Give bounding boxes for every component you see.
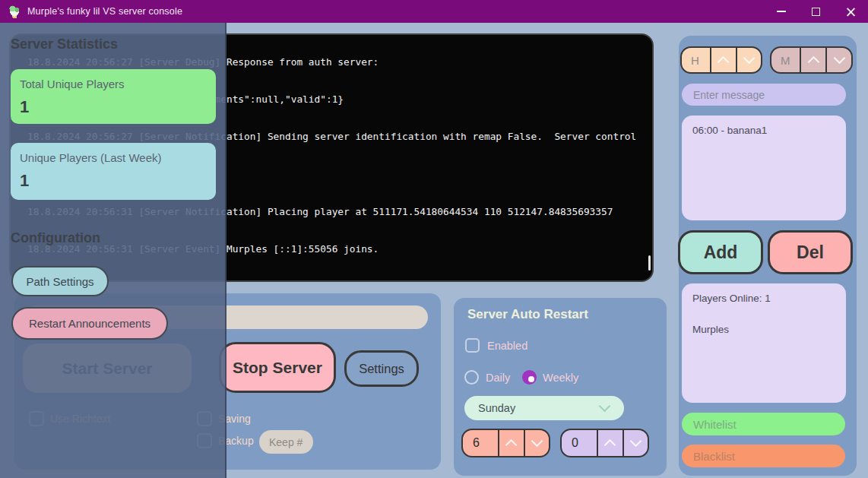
restart-hour-increment-button[interactable] — [498, 430, 524, 456]
players-online-box: Players Online: 1 Murples — [682, 283, 846, 403]
restart-minute-decrement-button[interactable] — [622, 430, 648, 456]
stat-value: 1 — [20, 97, 29, 117]
chevron-down-icon — [531, 435, 543, 448]
console-scrollbar[interactable] — [648, 255, 651, 271]
blacklist-button[interactable]: Blacklist — [682, 445, 845, 467]
weekly-radio[interactable] — [522, 370, 537, 385]
configuration-heading: Configuration — [11, 230, 100, 246]
restart-minute-increment-button[interactable] — [597, 430, 622, 456]
schedule-hour-input[interactable] — [682, 48, 710, 72]
restart-announcements-button[interactable]: Restart Announcements — [11, 307, 168, 340]
chevron-up-icon — [505, 439, 518, 451]
schedule-hour-decrement-button[interactable] — [736, 48, 762, 72]
chevron-down-icon — [833, 52, 845, 65]
minimize-icon — [777, 11, 786, 12]
stat-label: Unique Players (Last Week) — [20, 151, 161, 164]
schedule-minute-decrement-button[interactable] — [825, 48, 851, 72]
chevron-down-icon — [599, 400, 611, 413]
window-title: Murple's funky lil VS server console — [27, 6, 182, 17]
restart-hour-spinner — [461, 429, 550, 457]
schedule-list[interactable]: 06:00 - banana1 — [682, 116, 846, 220]
total-unique-players-card: Total Unique Players 1 — [11, 69, 216, 124]
app-window: 18.8.2024 20:56:27 [Server Debug] Respon… — [0, 0, 868, 478]
path-settings-button[interactable]: Path Settings — [11, 266, 109, 296]
daily-label: Daily — [486, 372, 510, 384]
schedule-minute-spinner — [770, 46, 853, 74]
auto-restart-panel: Server Auto Restart Enabled Daily Weekly… — [454, 298, 667, 476]
maximize-button[interactable] — [799, 0, 833, 23]
schedule-minute-input[interactable] — [771, 48, 800, 72]
chevron-down-icon — [629, 435, 641, 448]
stat-label: Total Unique Players — [20, 78, 125, 90]
restart-hour-decrement-button[interactable] — [524, 430, 550, 456]
restart-hour-input[interactable] — [463, 430, 498, 456]
whitelist-button[interactable]: Whitelist — [682, 413, 845, 435]
unique-players-week-card: Unique Players (Last Week) 1 — [11, 143, 216, 200]
stat-value: 1 — [20, 171, 29, 191]
close-icon: × — [845, 5, 857, 19]
auto-restart-enabled-checkbox[interactable] — [465, 338, 480, 353]
titlebar: Murple's funky lil VS server console × — [0, 0, 868, 23]
keep-number-input[interactable] — [259, 430, 313, 454]
schedule-hour-increment-button[interactable] — [710, 48, 736, 72]
settings-button[interactable]: Settings — [344, 350, 419, 387]
auto-restart-title: Server Auto Restart — [467, 307, 588, 322]
daily-radio[interactable] — [464, 370, 479, 385]
restart-minute-spinner — [560, 429, 649, 457]
statistics-sidebar: Server Statistics Total Unique Players 1… — [0, 23, 227, 478]
add-button[interactable]: Add — [678, 230, 763, 274]
app-icon — [8, 5, 21, 18]
close-button[interactable]: × — [834, 0, 868, 23]
player-name: Murples — [692, 324, 835, 335]
chevron-up-icon — [807, 56, 819, 68]
schedule-minute-increment-button[interactable] — [800, 48, 825, 72]
weekly-label: Weekly — [543, 372, 578, 384]
del-button[interactable]: Del — [768, 230, 853, 274]
maximize-icon — [812, 8, 820, 16]
stats-heading: Server Statistics — [11, 36, 118, 52]
schedule-message-input[interactable] — [682, 84, 846, 106]
restart-day-value: Sunday — [478, 402, 515, 414]
scheduler-panel: 06:00 - banana1 Add Del Players Online: … — [679, 36, 857, 476]
stop-server-button[interactable]: Stop Server — [219, 342, 336, 393]
players-online-label: Players Online: 1 — [692, 293, 835, 304]
schedule-hour-spinner — [680, 46, 762, 74]
schedule-list-item[interactable]: 06:00 - banana1 — [692, 125, 835, 136]
chevron-up-icon — [718, 56, 730, 68]
chevron-up-icon — [604, 439, 616, 451]
restart-minute-input[interactable] — [562, 430, 597, 456]
restart-day-select[interactable]: Sunday — [464, 396, 624, 420]
chevron-down-icon — [743, 52, 755, 65]
minimize-button[interactable] — [764, 0, 798, 23]
enabled-label: Enabled — [487, 340, 527, 352]
